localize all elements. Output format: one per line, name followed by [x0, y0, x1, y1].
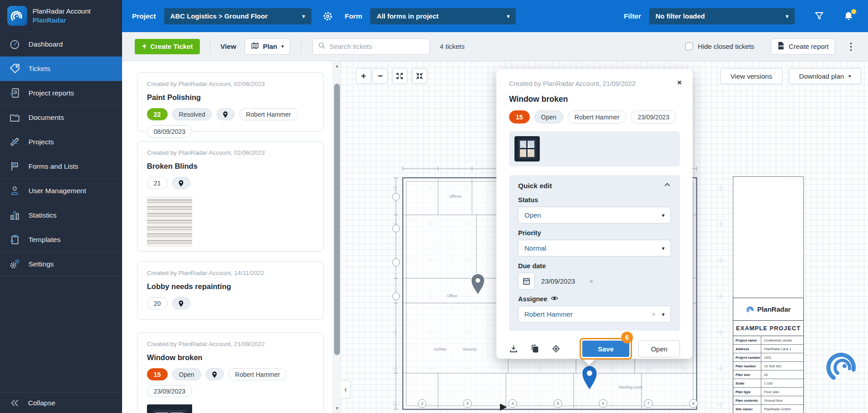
- location-pin-icon: [172, 297, 190, 309]
- chevron-double-left-icon: [9, 397, 21, 409]
- title-block-logo: PlanRadar: [733, 298, 803, 321]
- plan-settings-gear-icon[interactable]: [322, 11, 333, 22]
- bell-icon[interactable]: [843, 10, 854, 22]
- sidebar-item-label: Settings: [28, 260, 54, 268]
- filter-select-value: No filter loaded: [656, 12, 705, 20]
- ticket-card-lobby-repainting[interactable]: Created by PlanRadar Account, 14/11/2022…: [137, 261, 324, 320]
- assignee-badge: Robert Hammer: [228, 368, 287, 380]
- list-scrollbar[interactable]: ▲ ▼: [333, 61, 341, 413]
- locate-target-icon[interactable]: [552, 344, 561, 353]
- close-icon[interactable]: ×: [677, 78, 682, 87]
- view-mode-value: Plan: [263, 43, 278, 50]
- sidebar-item-label: Project reports: [28, 89, 74, 97]
- filter-label: Filter: [624, 12, 641, 20]
- status-select[interactable]: Open ▾: [518, 207, 671, 223]
- priority-select[interactable]: Normal ▾: [518, 240, 671, 256]
- collapse-list-panel-tab[interactable]: ‹: [341, 380, 351, 399]
- ticket-photo-thumbnail[interactable]: [514, 136, 540, 161]
- ticket-title: Lobby needs repainting: [147, 282, 314, 291]
- status-field-label: Status: [518, 196, 671, 204]
- assignee-badge: Robert Hammer: [568, 110, 627, 123]
- location-pin-icon: [206, 368, 224, 380]
- sidebar-item-dashboard[interactable]: Dashboard: [0, 32, 122, 57]
- account-name: PlanRadar Account: [33, 7, 90, 16]
- room-label: Meeting room: [619, 385, 642, 389]
- chevron-down-icon: ▾: [501, 13, 509, 19]
- create-report-button[interactable]: PDF Create report: [771, 38, 835, 55]
- sidebar-item-templates[interactable]: Templates: [0, 228, 122, 252]
- download-icon[interactable]: [509, 344, 518, 353]
- sidebar-item-project-reports[interactable]: Project reports: [0, 81, 122, 105]
- view-mode-select[interactable]: Plan ▾: [245, 38, 290, 55]
- sidebar-collapse-button[interactable]: Collapse: [0, 392, 122, 413]
- scroll-up-arrow-icon[interactable]: ▲: [333, 63, 341, 68]
- divider: [301, 39, 302, 54]
- clear-assignee-icon[interactable]: ×: [652, 311, 662, 318]
- download-plan-button[interactable]: Download plan ▾: [789, 68, 861, 84]
- sidebar-item-label: Forms and Lists: [28, 162, 78, 171]
- ticket-title: Broken Blinds: [147, 162, 314, 171]
- ticket-count: 4 tickets: [440, 43, 465, 50]
- sidebar-item-documents[interactable]: Documents: [0, 105, 122, 130]
- ticket-photo-thumbnail[interactable]: [147, 196, 192, 247]
- expand-arrows-icon: [396, 72, 404, 80]
- due-date-value: 23/09/2023: [541, 277, 575, 285]
- hide-closed-tickets-checkbox[interactable]: [685, 43, 693, 50]
- sidebar-item-projects[interactable]: Projects: [0, 130, 122, 154]
- zoom-in-button[interactable]: +: [356, 68, 371, 84]
- due-date-badge: 23/09/2023: [147, 385, 192, 397]
- report-icon: [9, 87, 21, 99]
- sidebar-item-tickets[interactable]: Tickets: [0, 57, 122, 81]
- expand-fullscreen-button[interactable]: [392, 68, 407, 84]
- notification-dot: [851, 9, 856, 14]
- attachments-strip: [509, 131, 680, 166]
- open-ticket-button[interactable]: Open: [638, 340, 680, 357]
- more-options-kebab-icon[interactable]: ⋮: [846, 41, 856, 52]
- chevron-down-icon: ▾: [662, 311, 665, 318]
- form-select[interactable]: All forms in project ▾: [370, 8, 516, 24]
- scroll-down-arrow-icon[interactable]: ▼: [333, 406, 341, 411]
- account-header[interactable]: PlanRadar Account PlanRadar: [0, 0, 122, 32]
- room-label: Office: [447, 294, 457, 298]
- gears-icon: [9, 258, 21, 270]
- ticket-meta: Created by PlanRadar Account, 02/06/2023: [147, 149, 314, 156]
- fit-to-screen-button[interactable]: [412, 68, 427, 84]
- quick-edit-title: Quick edit: [518, 182, 552, 190]
- ticket-card-paint-polishing[interactable]: Created by PlanRadar Account, 02/06/2023…: [137, 72, 324, 132]
- sidebar-item-user-management[interactable]: User Management: [0, 179, 122, 203]
- save-button-highlight-ring: Save 6: [580, 338, 632, 360]
- ticket-card-broken-blinds[interactable]: Created by PlanRadar Account, 02/06/2023…: [137, 141, 324, 252]
- ticket-list-panel: Created by PlanRadar Account, 02/06/2023…: [122, 61, 333, 413]
- project-select[interactable]: ABC Logistics > Ground Floor ▾: [164, 8, 311, 24]
- sidebar-item-forms-and-lists[interactable]: Forms and Lists: [0, 154, 122, 179]
- copy-icon[interactable]: [530, 344, 539, 353]
- chevron-down-icon: ▾: [281, 43, 284, 49]
- scrollbar-thumb[interactable]: [334, 84, 340, 355]
- due-date-field-label: Due date: [518, 262, 671, 270]
- due-date-badge: 08/09/2023: [147, 125, 192, 138]
- chevron-down-icon: ▾: [662, 245, 665, 252]
- quick-edit-section: Quick edit Status Open ▾ Priority Normal…: [509, 175, 680, 331]
- sidebar-item-statistics[interactable]: Statistics: [0, 203, 122, 228]
- sidebar-item-label: Dashboard: [28, 40, 63, 48]
- tag-icon: [9, 62, 21, 75]
- sidebar-item-settings[interactable]: Settings: [0, 252, 122, 276]
- filter-select[interactable]: No filter loaded ▾: [649, 8, 795, 24]
- ticket-card-window-broken[interactable]: Created by PlanRadar Account, 21/09/2022…: [137, 332, 324, 413]
- bar-chart-icon: [9, 209, 21, 221]
- ticket-photo-thumbnail[interactable]: [147, 404, 314, 413]
- save-button[interactable]: Save: [582, 341, 629, 357]
- funnel-icon[interactable]: [814, 11, 825, 22]
- view-versions-button[interactable]: View versions: [720, 68, 783, 84]
- ticket-meta: Created by PlanRadar Account, 02/06/2023: [147, 81, 314, 87]
- zoom-out-button[interactable]: −: [373, 68, 388, 84]
- grid-label: 3: [466, 401, 468, 406]
- clear-date-icon[interactable]: ×: [590, 278, 593, 285]
- create-ticket-button[interactable]: + Create Ticket: [135, 39, 200, 54]
- flag-icon: [9, 160, 21, 172]
- assignee-select[interactable]: Robert Hammer × ▾: [518, 306, 671, 323]
- sidebar-item-label: Documents: [28, 114, 64, 122]
- calendar-icon[interactable]: [518, 273, 535, 290]
- chevron-up-icon[interactable]: [664, 181, 671, 190]
- search-tickets-input[interactable]: [330, 43, 425, 50]
